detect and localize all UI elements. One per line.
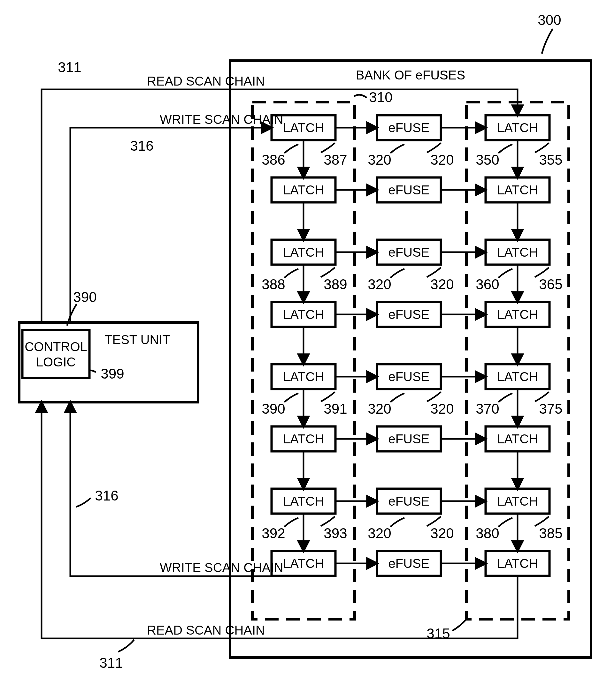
ref-360: 360 xyxy=(476,277,499,292)
row1-right: LATCH xyxy=(497,183,538,197)
ref-320g: 320 xyxy=(368,525,391,541)
ref-355: 355 xyxy=(539,152,562,168)
row3-right: LATCH xyxy=(497,307,538,322)
ref-350: 350 xyxy=(476,152,499,168)
tick-391 xyxy=(321,392,335,401)
tick-320g xyxy=(391,518,404,527)
ref-320h: 320 xyxy=(430,525,454,541)
ref-390r: 390 xyxy=(261,401,285,417)
ref-bank-arc xyxy=(542,29,553,53)
ref-365: 365 xyxy=(539,277,562,292)
row2-mid: eFUSE xyxy=(389,245,430,259)
tick-360 xyxy=(498,269,512,278)
row3-left: LATCH xyxy=(283,307,324,322)
read-scan-chain-bottom-label: READ SCAN CHAIN xyxy=(147,623,265,637)
tick-320e xyxy=(391,393,404,402)
tick-375 xyxy=(535,392,549,401)
tick-320a xyxy=(391,144,404,153)
ref-320b: 320 xyxy=(430,152,454,168)
tick-320d xyxy=(427,267,441,277)
row2-right: LATCH xyxy=(497,245,538,259)
row0-right: LATCH xyxy=(497,121,538,135)
row-3: LATCH eFUSE LATCH xyxy=(272,302,549,327)
ref-write-top: 316 xyxy=(130,138,153,154)
tick-386 xyxy=(284,144,298,153)
ref-write-bot: 316 xyxy=(95,488,118,503)
ref-389: 389 xyxy=(323,277,347,292)
row1-left: LATCH xyxy=(283,183,324,197)
tick-392 xyxy=(284,518,298,527)
diagram-svg: BANK OF eFUSES 300 TEST UNIT 390 CONTROL… xyxy=(0,0,607,700)
ref-320d: 320 xyxy=(430,277,454,292)
row7-left: LATCH xyxy=(283,556,324,570)
write-scan-chain-top-label: WRITE SCAN CHAIN xyxy=(160,112,284,126)
row2-left: LATCH xyxy=(283,245,324,259)
ref-385: 385 xyxy=(539,525,562,541)
tick-388 xyxy=(284,269,298,278)
row4-right: LATCH xyxy=(497,370,538,384)
diagram-canvas: BANK OF eFUSES 300 TEST UNIT 390 CONTROL… xyxy=(0,0,607,700)
row6-left: LATCH xyxy=(283,494,324,508)
row5-left: LATCH xyxy=(283,432,324,446)
ref-320e: 320 xyxy=(368,401,391,417)
control-logic-box xyxy=(22,330,89,378)
ref-320a: 320 xyxy=(368,152,391,168)
row-1: LATCH eFUSE LATCH xyxy=(272,177,549,202)
tick-320b xyxy=(427,143,441,153)
tick-320h xyxy=(427,517,441,526)
tick-365 xyxy=(535,267,549,277)
ref-370: 370 xyxy=(476,401,499,417)
row-0: LATCH eFUSE LATCH xyxy=(272,115,549,140)
row0-mid: eFUSE xyxy=(389,121,430,135)
tick-320c xyxy=(391,269,404,278)
test-unit-title: TEST UNIT xyxy=(104,333,170,347)
ref-393: 393 xyxy=(323,525,347,541)
ref-320f: 320 xyxy=(430,401,454,417)
write-scan-chain-top xyxy=(70,128,272,322)
row4-mid: eFUSE xyxy=(389,370,430,384)
tick-380 xyxy=(498,518,512,527)
row5-right: LATCH xyxy=(497,432,538,446)
row7-right: LATCH xyxy=(497,556,538,570)
tick-393 xyxy=(321,517,335,526)
tick-355 xyxy=(535,143,549,153)
ref-388: 388 xyxy=(261,277,285,292)
tick-390r xyxy=(284,393,298,402)
control-logic-line2: LOGIC xyxy=(36,355,76,369)
ref-386: 386 xyxy=(261,152,285,168)
write-scan-chain-bottom-label: WRITE SCAN CHAIN xyxy=(160,561,284,574)
ref-right-group-arc xyxy=(453,619,466,631)
tick-387 xyxy=(321,143,335,153)
row-5: LATCH eFUSE LATCH xyxy=(272,426,549,451)
rows-group: LATCH eFUSE LATCH LATCH eFUSE LATCH LATC… xyxy=(272,115,549,576)
row-2: LATCH eFUSE LATCH xyxy=(272,240,549,265)
bank-title: BANK OF eFUSES xyxy=(356,68,465,82)
read-scan-chain-top-label: READ SCAN CHAIN xyxy=(147,74,265,88)
row6-mid: eFUSE xyxy=(389,494,430,508)
ref-read-bot: 311 xyxy=(99,655,123,671)
read-scan-chain-bottom xyxy=(42,402,518,638)
tick-350 xyxy=(498,144,512,153)
row-6: LATCH eFUSE LATCH xyxy=(272,489,549,513)
ref-read-top: 311 xyxy=(58,59,81,75)
ref-387: 387 xyxy=(323,152,347,168)
row5-mid: eFUSE xyxy=(389,432,430,446)
ref-391: 391 xyxy=(323,401,347,417)
ref-bank: 300 xyxy=(538,12,561,28)
row-4: LATCH eFUSE LATCH xyxy=(272,364,549,389)
row6-right: LATCH xyxy=(497,494,538,508)
ref-left-group: 310 xyxy=(369,89,392,105)
row-7: LATCH eFUSE LATCH xyxy=(272,551,549,576)
svg-line-54 xyxy=(272,576,304,576)
ref-380: 380 xyxy=(476,525,499,541)
row1-mid: eFUSE xyxy=(389,183,430,197)
ref-320c: 320 xyxy=(368,277,391,292)
control-logic-line1: CONTROL xyxy=(25,340,87,354)
tick-389 xyxy=(321,267,335,277)
ref-write-bot-tick xyxy=(76,498,91,507)
row0-left: LATCH xyxy=(283,121,324,135)
ref-test-unit: 390 xyxy=(73,289,97,305)
tick-385 xyxy=(535,517,549,526)
ref-375: 375 xyxy=(539,401,562,417)
row3-mid: eFUSE xyxy=(389,307,430,322)
